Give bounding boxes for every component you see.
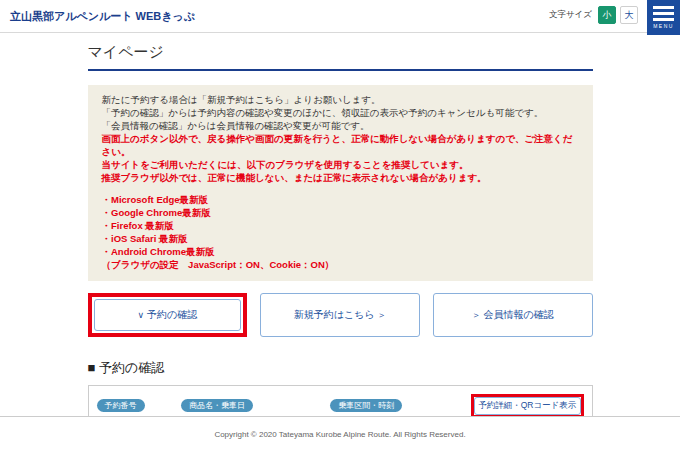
main-content: マイページ 新たに予約する場合は「新規予約はこちら」よりお願いします。 「予約の…	[88, 43, 593, 449]
footer: Copyright © 2020 Tateyama Kurobe Alpine …	[0, 416, 680, 449]
menu-button-label: MENU	[653, 24, 674, 29]
site-title[interactable]: 立山黒部アルペンルート WEBきっぷ	[10, 9, 195, 24]
font-size-large-button[interactable]: 大	[620, 6, 638, 24]
browser-item: ・Google Chrome最新版	[102, 206, 579, 219]
reservation-number-badge: 予約番号	[97, 399, 145, 412]
copyright-text: Copyright © 2020 Tateyama Kurobe Alpine …	[214, 430, 465, 439]
browser-item: ・Firefox 最新版	[102, 219, 579, 232]
confirm-reservation-label: 予約の確認	[147, 309, 197, 320]
route-badge: 乗車区間・時刻	[330, 399, 402, 412]
warning-line: 推奨ブラウザ以外では、正常に機能しない、または正常に表示されない場合があります。	[102, 171, 579, 184]
browser-item: ・iOS Safari 最新版	[102, 232, 579, 245]
warning-line: 当サイトをご利用いただくには、以下のブラウザを使用することを推奨しています。	[102, 158, 579, 171]
detail-qr-button[interactable]: 予約詳細・QRコード表示	[474, 397, 581, 415]
notice-line: 「予約の確認」からは予約内容の確認や変更のほかに、領収証の表示や予約のキャンセル…	[102, 106, 579, 119]
hamburger-icon	[653, 12, 674, 15]
notice-box: 新たに予約する場合は「新規予約はこちら」よりお願いします。 「予約の確認」からは…	[88, 85, 593, 281]
warning-line: 画面上のボタン以外で、戻る操作や画面の更新を行うと、正常に動作しない場合がありま…	[102, 132, 579, 158]
notice-line: 「会員情報の確認」からは会員情報の確認や変更が可能です。	[102, 119, 579, 132]
browser-item: ・Microsoft Edge最新版	[102, 193, 579, 206]
font-size-label: 文字サイズ	[549, 9, 592, 21]
hamburger-icon	[653, 6, 674, 9]
font-size-small-button[interactable]: 小	[598, 6, 616, 24]
member-info-label: 会員情報の確認	[483, 309, 553, 320]
member-info-button[interactable]: ＞ 会員情報の確認	[433, 293, 593, 337]
new-reservation-button[interactable]: 新規予約はこちら ＞	[260, 293, 420, 337]
action-buttons-row: ∨ 予約の確認 新規予約はこちら ＞ ＞ 会員情報の確認	[88, 293, 593, 337]
reservation-section-title: ■ 予約の確認	[88, 359, 593, 377]
annotation-box-confirm-reservation: ∨ 予約の確認	[88, 293, 248, 337]
page-title: マイページ	[88, 43, 593, 71]
header: 立山黒部アルペンルート WEBきっぷ 文字サイズ 小 大 MENU	[0, 0, 680, 33]
annotation-box-detail-qr: 予約詳細・QRコード表示	[471, 394, 584, 418]
new-reservation-label: 新規予約はこちら	[294, 309, 375, 320]
chevron-right-icon: ＞	[377, 310, 386, 320]
menu-button[interactable]: MENU	[647, 0, 680, 35]
product-badge: 商品名・乗車日	[181, 399, 253, 412]
browser-settings-note: （ブラウザの設定 JavaScript：ON、Cookie：ON）	[102, 258, 579, 271]
notice-line: 新たに予約する場合は「新規予約はこちら」よりお願いします。	[102, 93, 579, 106]
chevron-right-icon: ＞	[472, 310, 481, 320]
confirm-reservation-button[interactable]: ∨ 予約の確認	[94, 299, 242, 331]
browser-item: ・Android Chrome最新版	[102, 245, 579, 258]
chevron-down-icon: ∨	[138, 310, 145, 320]
hamburger-icon	[653, 18, 674, 21]
font-size-controls: 文字サイズ 小 大	[549, 6, 638, 24]
